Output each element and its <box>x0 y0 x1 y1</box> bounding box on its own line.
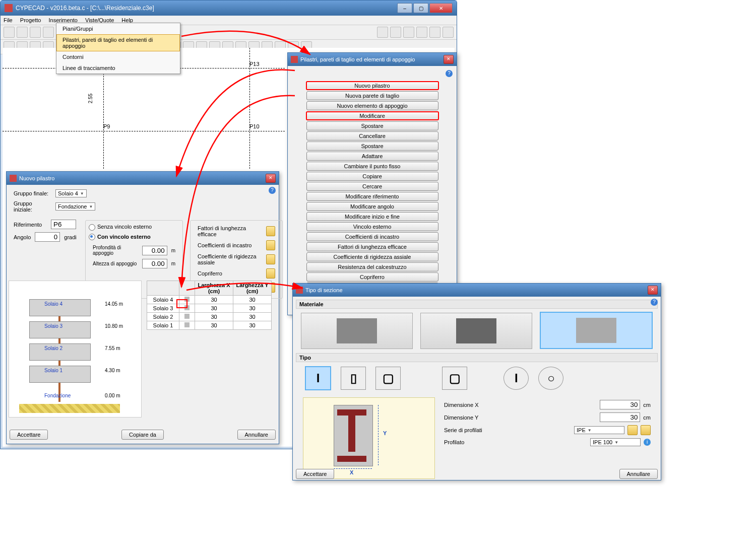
profilato-select[interactable]: IPE 100 <box>590 438 641 446</box>
tipo-sezione-dialog: Tipo di sezione ✕ ? Materiale Tipo I ▯ ▢… <box>292 283 661 480</box>
tool-button[interactable]: Vincolo esterno <box>306 222 438 231</box>
tool-button[interactable]: Cercare <box>306 182 438 191</box>
tipo-circle[interactable]: ○ <box>538 367 563 390</box>
riferimento-input[interactable] <box>51 220 76 229</box>
maximize-button[interactable]: ▢ <box>413 3 428 13</box>
radio-con-vincolo[interactable] <box>89 234 95 240</box>
link-button[interactable] <box>266 240 275 250</box>
close-icon[interactable]: ✕ <box>444 55 454 64</box>
dim-y-input[interactable] <box>600 412 640 422</box>
tipo-label: Tipo <box>296 353 658 362</box>
serie-label: Serie di profilati <box>444 427 499 433</box>
tool-button[interactable]: Adattare <box>306 152 438 161</box>
tool-button[interactable]: Copiare <box>306 172 438 181</box>
tool-button[interactable]: Modificare riferimento <box>306 192 438 201</box>
tool-button[interactable]: Fattori di lunghezza efficace <box>306 242 438 251</box>
cancel-button[interactable]: Annullare <box>237 430 276 440</box>
tipo-square[interactable]: ▢ <box>375 367 401 390</box>
close-icon[interactable]: ✕ <box>266 174 276 183</box>
tool-icon[interactable] <box>4 27 15 38</box>
menu-progetto[interactable]: Progetto <box>20 17 41 23</box>
app-icon <box>5 4 13 12</box>
altezza-input[interactable] <box>142 259 167 268</box>
riferimento-label: Riferimento <box>14 222 47 228</box>
tool-icon[interactable] <box>43 27 54 38</box>
tool-button[interactable]: Resistenza del calcestruzzo <box>306 262 438 271</box>
tool-button[interactable]: Nuova parete di taglio <box>306 91 438 100</box>
link-button[interactable] <box>266 268 275 279</box>
table-cell-highlight <box>176 299 187 308</box>
nuovo-pilastro-dialog: Nuovo pilastro ✕ ? Gruppo finale: Solaio… <box>6 171 279 444</box>
tool-button[interactable]: Modificare angolo <box>306 202 438 211</box>
tool-icon[interactable] <box>416 27 427 38</box>
dialog-title: Nuovo pilastro <box>19 175 266 181</box>
tool-button[interactable]: Modificare <box>306 111 439 120</box>
link-button[interactable] <box>266 226 275 236</box>
pillar-label-p9: P9 <box>103 123 110 129</box>
profilato-label: Profilato <box>444 439 499 445</box>
section-preview: Y X <box>303 397 435 479</box>
dim-x-input[interactable] <box>600 400 640 409</box>
table-icon[interactable] <box>641 425 651 435</box>
tool-button[interactable]: Spostare <box>306 121 438 130</box>
gruppo-finale-select[interactable]: Solaio 4 <box>55 189 87 197</box>
info-icon[interactable]: i <box>644 439 651 446</box>
menu-file[interactable]: File <box>4 17 13 23</box>
help-icon[interactable]: ? <box>651 299 658 306</box>
accept-button[interactable]: Accettare <box>296 469 334 479</box>
help-icon[interactable]: ? <box>269 187 276 194</box>
accept-button[interactable]: Accettare <box>10 430 48 440</box>
dialog-title: Pilastri, pareti di taglio ed elementi d… <box>300 56 444 62</box>
help-icon[interactable] <box>377 27 388 38</box>
serie-select[interactable]: IPE <box>574 426 624 434</box>
tipo-i[interactable]: I <box>305 366 331 390</box>
tool-button[interactable]: Coefficiente di rigidezza assiale <box>306 252 438 261</box>
tool-icon[interactable] <box>443 27 454 38</box>
tipo-rect[interactable]: ▯ <box>341 367 366 390</box>
angolo-label: Angolo <box>14 234 31 240</box>
cancel-button[interactable]: Annullare <box>619 469 658 479</box>
menu-linee[interactable]: Linee di tracciamento <box>56 62 180 74</box>
angolo-input[interactable] <box>35 232 60 242</box>
tool-icon[interactable] <box>403 27 414 38</box>
radio-senza-vincolo[interactable] <box>89 224 95 231</box>
tool-button[interactable]: Modificare inizio e fine <box>306 212 438 221</box>
gruppo-iniziale-select[interactable]: Fondazione <box>55 202 95 211</box>
menu-piani[interactable]: Piani/Gruppi <box>56 23 180 34</box>
profondita-input[interactable] <box>142 246 167 255</box>
window-title: CYPECAD - v2016.beta.c - [C:\...\Residen… <box>16 5 154 12</box>
dialog-icon <box>10 175 17 182</box>
gruppo-iniziale-label: Gruppo iniziale: <box>14 200 51 213</box>
menu-pilastri[interactable]: Pilastri, pareti di taglio ed elementi d… <box>56 34 180 51</box>
link-button[interactable] <box>266 254 275 264</box>
pilastri-tools-dialog: Pilastri, pareti di taglio ed elementi d… <box>287 52 457 315</box>
dialog-title: Tipo di sezione <box>305 287 648 293</box>
material-steel[interactable] <box>420 313 532 349</box>
tool-icon[interactable] <box>30 27 41 38</box>
tipo-box[interactable]: ▢ <box>442 367 467 390</box>
material-composite[interactable] <box>540 312 653 349</box>
tipo-circle-i[interactable]: I <box>503 367 529 390</box>
tool-icon[interactable] <box>17 27 28 38</box>
tool-button[interactable]: Cambiare il punto fisso <box>306 162 438 171</box>
edit-icon[interactable] <box>627 425 638 435</box>
dim-x-label: Dimensione X <box>444 402 499 408</box>
minimize-button[interactable]: – <box>397 3 412 13</box>
inserimento-dropdown: Piani/Gruppi Pilastri, pareti di taglio … <box>56 23 180 74</box>
pillar-label-p13: P13 <box>249 61 260 67</box>
tool-button[interactable]: Nuovo elemento di appoggio <box>306 101 438 110</box>
tool-button[interactable]: Cancellare <box>306 131 438 141</box>
tool-button[interactable]: Coefficienti di incastro <box>306 232 438 241</box>
tool-icon[interactable] <box>390 27 401 38</box>
tool-icon[interactable] <box>429 27 440 38</box>
help-icon[interactable]: ? <box>446 70 453 77</box>
material-concrete[interactable] <box>301 313 413 349</box>
tool-button[interactable]: Copriferro <box>306 272 438 282</box>
menu-contorni[interactable]: Contorni <box>56 51 180 62</box>
tool-button[interactable]: Nuovo pilastro <box>306 81 439 90</box>
close-icon[interactable]: ✕ <box>648 286 658 295</box>
copy-button[interactable]: Copiare da <box>121 430 164 440</box>
tool-button[interactable]: Spostare <box>306 142 438 151</box>
dialog-icon <box>296 287 303 294</box>
close-button[interactable]: ✕ <box>429 3 453 13</box>
